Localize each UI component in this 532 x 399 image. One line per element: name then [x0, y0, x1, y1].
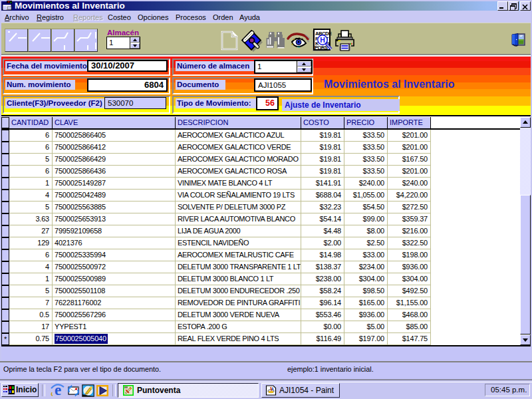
svg-text:PQRS: PQRS	[315, 45, 328, 51]
svg-text:H: H	[320, 36, 325, 44]
